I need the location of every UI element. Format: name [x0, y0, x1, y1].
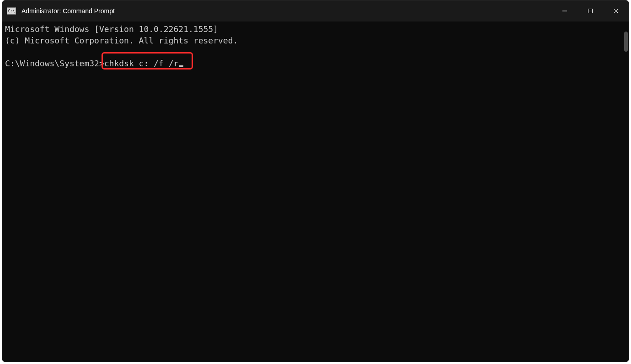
scrollbar-thumb[interactable]: [624, 32, 628, 52]
command-prompt-window: C:\ Administrator: Command Prompt Micros…: [2, 0, 629, 362]
maximize-button[interactable]: [578, 0, 603, 21]
window-controls: [552, 0, 629, 21]
text-cursor: [179, 65, 183, 67]
titlebar[interactable]: C:\ Administrator: Command Prompt: [2, 0, 629, 21]
minimize-icon: [562, 8, 567, 14]
svg-rect-1: [588, 9, 593, 13]
cmd-app-icon: C:\: [7, 7, 16, 15]
close-button[interactable]: [603, 0, 629, 21]
typed-command: chkdsk c: /f /r: [104, 59, 179, 68]
prompt-line: C:\Windows\System32>chkdsk c: /f /r: [5, 58, 183, 69]
cmd-app-icon-label: C:\: [8, 9, 15, 13]
copyright-line: (c) Microsoft Corporation. All rights re…: [5, 36, 238, 45]
prompt-path: C:\Windows\System32>: [5, 59, 104, 68]
minimize-button[interactable]: [552, 0, 578, 21]
terminal-output[interactable]: Microsoft Windows [Version 10.0.22621.15…: [2, 21, 629, 362]
version-line: Microsoft Windows [Version 10.0.22621.15…: [5, 24, 218, 34]
maximize-icon: [588, 8, 593, 14]
window-title: Administrator: Command Prompt: [21, 7, 115, 15]
close-icon: [613, 8, 619, 14]
